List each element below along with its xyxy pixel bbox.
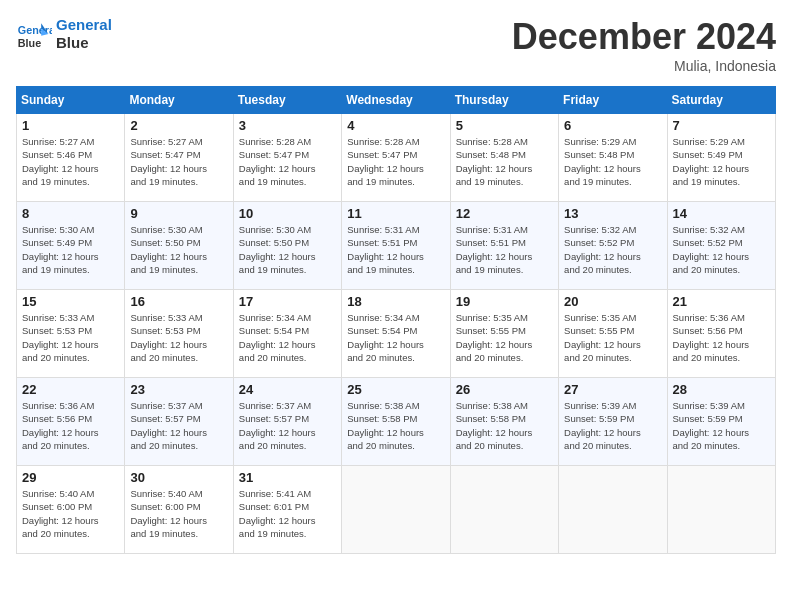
day-info: Sunrise: 5:29 AM Sunset: 5:49 PM Dayligh… (673, 135, 770, 188)
calendar-cell: 3 Sunrise: 5:28 AM Sunset: 5:47 PM Dayli… (233, 114, 341, 202)
day-info: Sunrise: 5:37 AM Sunset: 5:57 PM Dayligh… (130, 399, 227, 452)
day-info: Sunrise: 5:34 AM Sunset: 5:54 PM Dayligh… (239, 311, 336, 364)
day-header-friday: Friday (559, 87, 667, 114)
calendar-cell (559, 466, 667, 554)
day-number: 5 (456, 118, 553, 133)
day-info: Sunrise: 5:40 AM Sunset: 6:00 PM Dayligh… (22, 487, 119, 540)
day-info: Sunrise: 5:31 AM Sunset: 5:51 PM Dayligh… (347, 223, 444, 276)
day-number: 26 (456, 382, 553, 397)
day-info: Sunrise: 5:31 AM Sunset: 5:51 PM Dayligh… (456, 223, 553, 276)
day-number: 27 (564, 382, 661, 397)
day-header-wednesday: Wednesday (342, 87, 450, 114)
day-number: 12 (456, 206, 553, 221)
day-number: 29 (22, 470, 119, 485)
day-info: Sunrise: 5:28 AM Sunset: 5:47 PM Dayligh… (239, 135, 336, 188)
calendar-cell: 9 Sunrise: 5:30 AM Sunset: 5:50 PM Dayli… (125, 202, 233, 290)
day-number: 6 (564, 118, 661, 133)
calendar-cell: 2 Sunrise: 5:27 AM Sunset: 5:47 PM Dayli… (125, 114, 233, 202)
calendar-cell: 12 Sunrise: 5:31 AM Sunset: 5:51 PM Dayl… (450, 202, 558, 290)
day-info: Sunrise: 5:28 AM Sunset: 5:47 PM Dayligh… (347, 135, 444, 188)
calendar-table: SundayMondayTuesdayWednesdayThursdayFrid… (16, 86, 776, 554)
calendar-cell: 27 Sunrise: 5:39 AM Sunset: 5:59 PM Dayl… (559, 378, 667, 466)
day-number: 8 (22, 206, 119, 221)
day-info: Sunrise: 5:30 AM Sunset: 5:49 PM Dayligh… (22, 223, 119, 276)
day-number: 28 (673, 382, 770, 397)
day-header-thursday: Thursday (450, 87, 558, 114)
days-header-row: SundayMondayTuesdayWednesdayThursdayFrid… (17, 87, 776, 114)
title-block: December 2024 Mulia, Indonesia (512, 16, 776, 74)
day-number: 30 (130, 470, 227, 485)
calendar-cell: 30 Sunrise: 5:40 AM Sunset: 6:00 PM Dayl… (125, 466, 233, 554)
day-number: 17 (239, 294, 336, 309)
calendar-cell: 7 Sunrise: 5:29 AM Sunset: 5:49 PM Dayli… (667, 114, 775, 202)
day-number: 15 (22, 294, 119, 309)
day-number: 4 (347, 118, 444, 133)
day-number: 3 (239, 118, 336, 133)
calendar-cell: 4 Sunrise: 5:28 AM Sunset: 5:47 PM Dayli… (342, 114, 450, 202)
month-title: December 2024 (512, 16, 776, 58)
calendar-cell: 22 Sunrise: 5:36 AM Sunset: 5:56 PM Dayl… (17, 378, 125, 466)
day-header-tuesday: Tuesday (233, 87, 341, 114)
day-info: Sunrise: 5:30 AM Sunset: 5:50 PM Dayligh… (130, 223, 227, 276)
calendar-cell: 31 Sunrise: 5:41 AM Sunset: 6:01 PM Dayl… (233, 466, 341, 554)
day-number: 20 (564, 294, 661, 309)
day-info: Sunrise: 5:32 AM Sunset: 5:52 PM Dayligh… (564, 223, 661, 276)
day-info: Sunrise: 5:35 AM Sunset: 5:55 PM Dayligh… (456, 311, 553, 364)
calendar-cell: 17 Sunrise: 5:34 AM Sunset: 5:54 PM Dayl… (233, 290, 341, 378)
day-info: Sunrise: 5:30 AM Sunset: 5:50 PM Dayligh… (239, 223, 336, 276)
day-info: Sunrise: 5:27 AM Sunset: 5:46 PM Dayligh… (22, 135, 119, 188)
day-number: 21 (673, 294, 770, 309)
calendar-cell: 8 Sunrise: 5:30 AM Sunset: 5:49 PM Dayli… (17, 202, 125, 290)
day-info: Sunrise: 5:27 AM Sunset: 5:47 PM Dayligh… (130, 135, 227, 188)
day-number: 13 (564, 206, 661, 221)
day-info: Sunrise: 5:36 AM Sunset: 5:56 PM Dayligh… (673, 311, 770, 364)
calendar-cell: 19 Sunrise: 5:35 AM Sunset: 5:55 PM Dayl… (450, 290, 558, 378)
calendar-cell: 6 Sunrise: 5:29 AM Sunset: 5:48 PM Dayli… (559, 114, 667, 202)
day-header-saturday: Saturday (667, 87, 775, 114)
day-number: 19 (456, 294, 553, 309)
calendar-cell: 10 Sunrise: 5:30 AM Sunset: 5:50 PM Dayl… (233, 202, 341, 290)
calendar-cell: 16 Sunrise: 5:33 AM Sunset: 5:53 PM Dayl… (125, 290, 233, 378)
day-info: Sunrise: 5:33 AM Sunset: 5:53 PM Dayligh… (130, 311, 227, 364)
day-info: Sunrise: 5:35 AM Sunset: 5:55 PM Dayligh… (564, 311, 661, 364)
day-number: 23 (130, 382, 227, 397)
day-number: 7 (673, 118, 770, 133)
day-number: 16 (130, 294, 227, 309)
calendar-cell: 26 Sunrise: 5:38 AM Sunset: 5:58 PM Dayl… (450, 378, 558, 466)
calendar-cell: 5 Sunrise: 5:28 AM Sunset: 5:48 PM Dayli… (450, 114, 558, 202)
day-header-sunday: Sunday (17, 87, 125, 114)
calendar-cell: 28 Sunrise: 5:39 AM Sunset: 5:59 PM Dayl… (667, 378, 775, 466)
calendar-cell: 15 Sunrise: 5:33 AM Sunset: 5:53 PM Dayl… (17, 290, 125, 378)
calendar-cell: 23 Sunrise: 5:37 AM Sunset: 5:57 PM Dayl… (125, 378, 233, 466)
day-info: Sunrise: 5:29 AM Sunset: 5:48 PM Dayligh… (564, 135, 661, 188)
logo-line1: General (56, 16, 112, 34)
calendar-cell: 29 Sunrise: 5:40 AM Sunset: 6:00 PM Dayl… (17, 466, 125, 554)
calendar-week-3: 15 Sunrise: 5:33 AM Sunset: 5:53 PM Dayl… (17, 290, 776, 378)
calendar-cell: 11 Sunrise: 5:31 AM Sunset: 5:51 PM Dayl… (342, 202, 450, 290)
calendar-week-4: 22 Sunrise: 5:36 AM Sunset: 5:56 PM Dayl… (17, 378, 776, 466)
day-info: Sunrise: 5:38 AM Sunset: 5:58 PM Dayligh… (456, 399, 553, 452)
day-number: 10 (239, 206, 336, 221)
location: Mulia, Indonesia (512, 58, 776, 74)
day-info: Sunrise: 5:40 AM Sunset: 6:00 PM Dayligh… (130, 487, 227, 540)
calendar-cell: 21 Sunrise: 5:36 AM Sunset: 5:56 PM Dayl… (667, 290, 775, 378)
calendar-cell (342, 466, 450, 554)
day-info: Sunrise: 5:41 AM Sunset: 6:01 PM Dayligh… (239, 487, 336, 540)
calendar-cell (450, 466, 558, 554)
calendar-week-2: 8 Sunrise: 5:30 AM Sunset: 5:49 PM Dayli… (17, 202, 776, 290)
calendar-week-1: 1 Sunrise: 5:27 AM Sunset: 5:46 PM Dayli… (17, 114, 776, 202)
logo-icon: General Blue (16, 16, 52, 52)
day-number: 22 (22, 382, 119, 397)
calendar-cell: 1 Sunrise: 5:27 AM Sunset: 5:46 PM Dayli… (17, 114, 125, 202)
calendar-cell: 24 Sunrise: 5:37 AM Sunset: 5:57 PM Dayl… (233, 378, 341, 466)
day-info: Sunrise: 5:33 AM Sunset: 5:53 PM Dayligh… (22, 311, 119, 364)
calendar-cell: 14 Sunrise: 5:32 AM Sunset: 5:52 PM Dayl… (667, 202, 775, 290)
day-info: Sunrise: 5:32 AM Sunset: 5:52 PM Dayligh… (673, 223, 770, 276)
day-info: Sunrise: 5:28 AM Sunset: 5:48 PM Dayligh… (456, 135, 553, 188)
day-number: 24 (239, 382, 336, 397)
logo: General Blue General Blue (16, 16, 112, 52)
day-info: Sunrise: 5:36 AM Sunset: 5:56 PM Dayligh… (22, 399, 119, 452)
calendar-cell (667, 466, 775, 554)
day-number: 18 (347, 294, 444, 309)
day-number: 14 (673, 206, 770, 221)
